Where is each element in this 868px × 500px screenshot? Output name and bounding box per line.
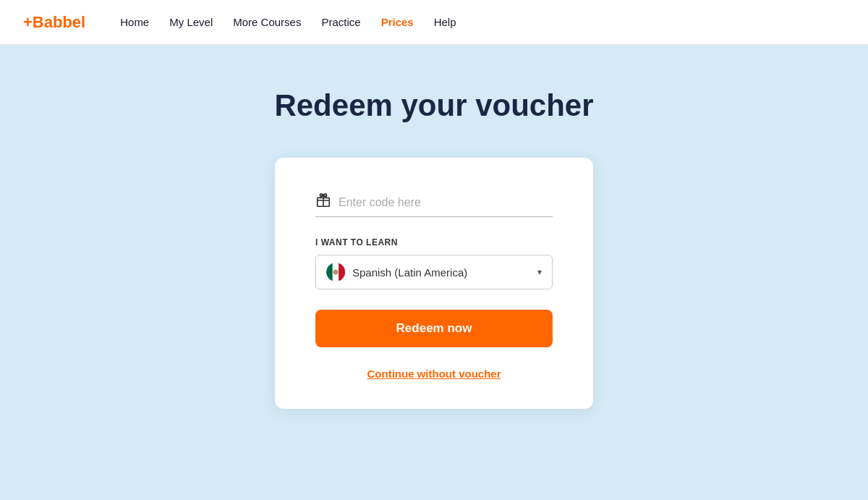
header: +Babbel Home My Level More Courses Pract… (0, 0, 868, 45)
continue-without-voucher-link[interactable]: Continue without voucher (367, 368, 501, 380)
babbel-logo[interactable]: +Babbel (23, 13, 85, 32)
language-selector[interactable]: Spanish (Latin America) ▾ (315, 255, 553, 289)
language-section: I WANT TO LEARN Spanish (Latin America) (315, 237, 553, 289)
voucher-card: I WANT TO LEARN Spanish (Latin America) (275, 158, 593, 409)
nav-home[interactable]: Home (120, 16, 149, 28)
language-selected-text: Spanish (Latin America) (352, 266, 467, 279)
logo-text: +Babbel (23, 13, 85, 32)
svg-point-4 (333, 270, 339, 275)
nav-prices[interactable]: Prices (381, 16, 414, 28)
gift-icon (315, 192, 331, 212)
voucher-input-row (315, 192, 553, 217)
language-section-label: I WANT TO LEARN (315, 237, 553, 247)
main-content: Redeem your voucher I WANT TO LEARN (0, 45, 868, 500)
language-flag (326, 263, 345, 281)
nav-my-level[interactable]: My Level (169, 16, 213, 28)
svg-rect-3 (339, 263, 345, 281)
nav-more-courses[interactable]: More Courses (233, 16, 301, 28)
nav-practice[interactable]: Practice (321, 16, 360, 28)
voucher-code-input[interactable] (339, 196, 553, 209)
main-nav: Home My Level More Courses Practice Pric… (120, 16, 456, 28)
nav-help[interactable]: Help (434, 16, 456, 28)
language-select-left: Spanish (Latin America) (326, 263, 467, 281)
chevron-down-icon: ▾ (537, 267, 542, 277)
page-title: Redeem your voucher (274, 88, 593, 123)
redeem-now-button[interactable]: Redeem now (315, 310, 553, 347)
